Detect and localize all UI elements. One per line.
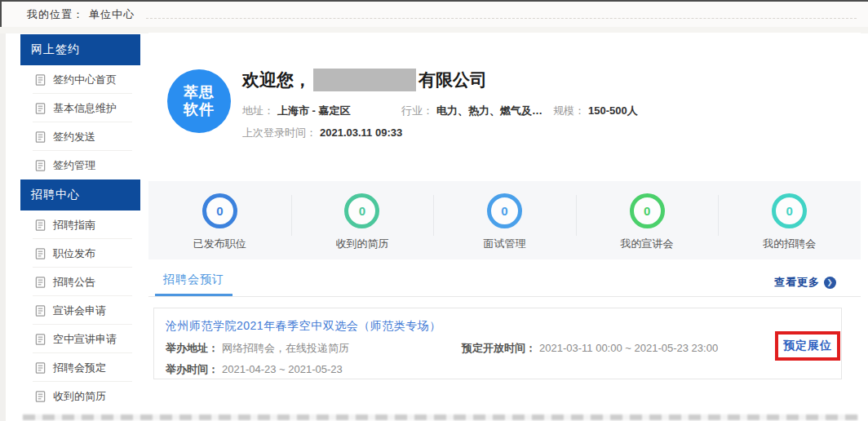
greeting-prefix: 欢迎您， bbox=[242, 69, 311, 91]
venue-value: 网络招聘会，在线投递简历 bbox=[222, 342, 349, 354]
sidebar-item-recruit-notice[interactable]: 招聘公告 bbox=[20, 268, 140, 296]
sidebar-section-online-signing[interactable]: 网上签约 bbox=[20, 34, 140, 65]
book-booth-button[interactable]: 预定展位 bbox=[783, 339, 832, 353]
chevron-right-circle-icon: ❯ bbox=[824, 277, 836, 289]
jobfair-listing-card: 沧州师范学院2021年春季空中双选会（师范类专场） 举办地址：网络招聘会，在线投… bbox=[153, 308, 842, 379]
sidebar-item-sign-manage[interactable]: 签约管理 bbox=[20, 151, 140, 179]
sidebar-item-label: 招聘会预定 bbox=[53, 361, 106, 375]
stat-interview-management[interactable]: 0 面试管理 bbox=[433, 181, 576, 259]
sidebar-item-label: 签约发送 bbox=[53, 130, 95, 144]
view-more-label: 查看更多 bbox=[774, 275, 820, 290]
stat-value: 0 bbox=[786, 204, 793, 218]
sidebar-item-recruit-guide[interactable]: 招聘指南 bbox=[20, 210, 140, 239]
sidebar-item-label: 签约管理 bbox=[53, 158, 95, 173]
stat-circle: 0 bbox=[487, 193, 522, 228]
sidebar-list-signing: 签约中心首页 基本信息维护 签约发送 签约管理 bbox=[20, 65, 140, 179]
tab-jobfair-booking[interactable]: 招聘会预订 bbox=[155, 273, 232, 296]
breadcrumb-label: 我的位置： bbox=[27, 7, 84, 22]
company-info-row: 地址：上海市 - 嘉定区 行业：电力、热力、燃气及… 规模：150-500人 bbox=[242, 104, 846, 117]
logo-text-line2: 软件 bbox=[184, 101, 215, 118]
document-icon bbox=[34, 247, 46, 260]
stat-circle: 0 bbox=[344, 193, 379, 228]
document-icon bbox=[34, 73, 46, 86]
stats-panel: 0 已发布职位 0 收到的简历 0 面试管理 0 我的宣讲会 bbox=[148, 181, 861, 259]
stat-circle: 0 bbox=[202, 193, 237, 228]
jobfair-venue-row: 举办地址：网络招聘会，在线投递简历 预定开放时间：2021-03-11 00:0… bbox=[166, 341, 830, 355]
document-icon bbox=[34, 159, 46, 172]
open-time-group: 预定开放时间：2021-03-11 00:00 ~ 2021-05-23 23:… bbox=[462, 341, 718, 356]
company-suffix: 有限公司 bbox=[418, 69, 487, 91]
stat-label: 面试管理 bbox=[483, 237, 525, 251]
industry-value: 电力、热力、燃气及… bbox=[436, 104, 542, 117]
page-left-gutter bbox=[0, 27, 6, 421]
redacted-company-name bbox=[313, 69, 416, 91]
stat-label: 我的招聘会 bbox=[763, 237, 816, 251]
sidebar-item-signing-home[interactable]: 签约中心首页 bbox=[20, 65, 140, 94]
bookings-tab-bar: 招聘会预订 查看更多 ❯ bbox=[148, 269, 861, 297]
sidebar-list-recruit: 招聘指南 职位发布 招聘公告 宣讲会申请 空中宣讲申请 招聘会预定 bbox=[20, 210, 140, 410]
stat-my-jobfairs[interactable]: 0 我的招聘会 bbox=[718, 181, 861, 259]
stat-circle: 0 bbox=[772, 193, 807, 228]
industry-group: 行业：电力、热力、燃气及… bbox=[401, 104, 553, 118]
document-icon bbox=[34, 361, 46, 374]
document-icon bbox=[34, 219, 46, 232]
document-icon bbox=[34, 304, 46, 317]
sidebar-item-label: 基本信息维护 bbox=[53, 101, 117, 116]
welcome-block: 欢迎您， 有限公司 地址：上海市 - 嘉定区 行业：电力、热力、燃气及… 规模：… bbox=[242, 68, 846, 139]
last-login-label: 上次登录时间： bbox=[242, 126, 317, 139]
sidebar-item-sign-send[interactable]: 签约发送 bbox=[20, 122, 140, 151]
event-time-label: 举办时间： bbox=[166, 362, 219, 377]
open-time-value: 2021-03-11 00:00 ~ 2021-05-23 23:00 bbox=[539, 342, 718, 354]
open-time-label: 预定开放时间： bbox=[462, 342, 536, 354]
stat-value: 0 bbox=[216, 204, 223, 218]
jobfair-title-link[interactable]: 沧州师范学院2021年春季空中双选会（师范类专场） bbox=[166, 319, 830, 334]
breadcrumb-current: 单位中心 bbox=[89, 7, 135, 22]
stat-label: 收到的简历 bbox=[335, 237, 388, 251]
stat-value: 0 bbox=[501, 204, 507, 218]
main-content: 萃思 软件 欢迎您， 有限公司 地址：上海市 - 嘉定区 行业：电力、热力、燃气… bbox=[148, 33, 861, 421]
address-value: 上海市 - 嘉定区 bbox=[277, 104, 351, 117]
sidebar-item-label: 签约中心首页 bbox=[53, 73, 117, 87]
last-login-value: 2021.03.11 09:33 bbox=[320, 126, 402, 139]
sidebar-item-infosession-apply[interactable]: 宣讲会申请 bbox=[20, 296, 140, 325]
sidebar-item-label: 收到的简历 bbox=[53, 389, 106, 404]
last-login-row: 上次登录时间：2021.03.11 09:33 bbox=[242, 126, 846, 139]
unit-center-page: 我的位置： 单位中心 网上签约 签约中心首页 基本信息维护 签约发送 签约管理 bbox=[0, 0, 868, 421]
company-logo: 萃思 软件 bbox=[167, 69, 231, 133]
document-icon bbox=[34, 390, 46, 403]
logo-text-line1: 萃思 bbox=[184, 84, 215, 101]
stat-value: 0 bbox=[359, 204, 365, 218]
view-more-link[interactable]: 查看更多 ❯ bbox=[774, 275, 836, 296]
annotation-highlight-box: 预定展位 bbox=[775, 331, 840, 361]
document-icon bbox=[34, 102, 46, 115]
stat-received-resumes[interactable]: 0 收到的简历 bbox=[291, 181, 434, 259]
sidebar-item-jobfair-booking[interactable]: 招聘会预定 bbox=[20, 353, 140, 382]
sidebar-item-basic-info[interactable]: 基本信息维护 bbox=[20, 94, 140, 122]
document-icon bbox=[34, 333, 46, 346]
address-label: 地址： bbox=[242, 104, 274, 117]
stat-label: 我的宣讲会 bbox=[621, 237, 674, 251]
scale-label: 规模： bbox=[553, 104, 585, 117]
event-time-value: 2021-04-23 ~ 2021-05-23 bbox=[222, 363, 343, 375]
sidebar-item-label: 招聘指南 bbox=[53, 218, 95, 233]
industry-label: 行业： bbox=[401, 104, 433, 117]
sidebar-section-recruit-center[interactable]: 招聘中心 bbox=[20, 179, 140, 210]
sidebar-item-job-post[interactable]: 职位发布 bbox=[20, 239, 140, 268]
venue-label: 举办地址： bbox=[166, 342, 219, 354]
sidebar-item-label: 职位发布 bbox=[53, 246, 95, 261]
sidebar: 网上签约 签约中心首页 基本信息维护 签约发送 签约管理 招聘中心 bbox=[20, 34, 140, 410]
sidebar-item-label: 宣讲会申请 bbox=[53, 304, 106, 318]
sidebar-item-online-infosession-apply[interactable]: 空中宣讲申请 bbox=[20, 325, 140, 353]
sidebar-item-label: 空中宣讲申请 bbox=[53, 332, 117, 347]
stat-published-jobs[interactable]: 0 已发布职位 bbox=[148, 181, 291, 259]
cut-off-text-strip bbox=[23, 414, 858, 420]
document-icon bbox=[34, 131, 46, 144]
address-group: 地址：上海市 - 嘉定区 bbox=[242, 104, 401, 118]
stat-label: 已发布职位 bbox=[193, 237, 246, 251]
stat-my-infosessions[interactable]: 0 我的宣讲会 bbox=[576, 181, 719, 259]
breadcrumb: 我的位置： 单位中心 bbox=[2, 2, 868, 27]
sidebar-item-received-resumes[interactable]: 收到的简历 bbox=[20, 382, 140, 410]
stat-circle: 0 bbox=[630, 193, 665, 228]
sidebar-item-label: 招聘公告 bbox=[53, 275, 95, 290]
scale-value: 150-500人 bbox=[588, 104, 638, 117]
